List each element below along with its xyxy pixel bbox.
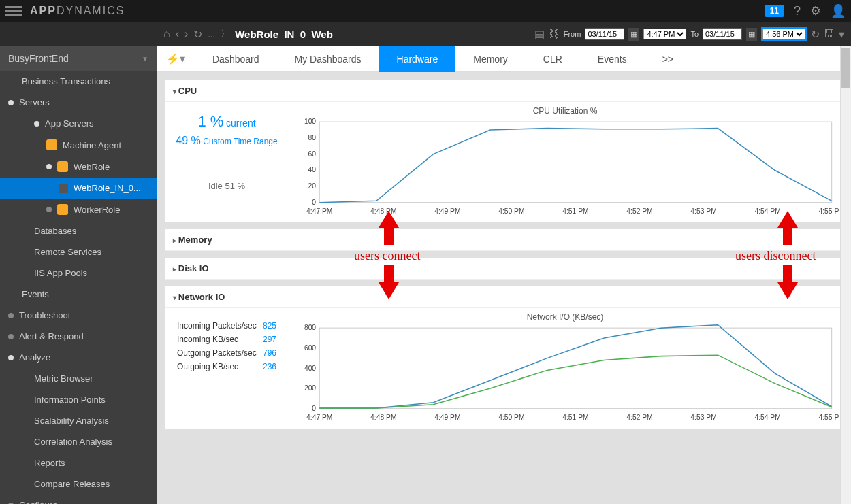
home-icon[interactable]: ⌂ xyxy=(163,28,170,40)
help-icon[interactable]: ? xyxy=(794,4,801,18)
network-stat-row: Incoming KB/sec297 xyxy=(174,333,279,346)
svg-text:600: 600 xyxy=(304,344,316,352)
forward-icon[interactable]: › xyxy=(184,28,188,40)
back-icon[interactable]: ‹ xyxy=(176,28,179,40)
tab-memory[interactable]: Memory xyxy=(455,46,526,72)
notification-badge[interactable]: 11 xyxy=(765,5,784,17)
sidebar-item-correlation-analysis[interactable]: Correlation Analysis xyxy=(0,431,157,452)
hex-icon xyxy=(57,204,68,215)
from-calendar-icon[interactable]: ▦ xyxy=(628,28,639,41)
menu-icon[interactable] xyxy=(5,4,22,18)
cpu-stats: 1 % current 49 % Custom Time Range Idle … xyxy=(169,106,285,218)
sidebar-item-reports[interactable]: Reports xyxy=(0,452,157,473)
link-icon[interactable]: ⛓ xyxy=(549,28,560,40)
from-time-select[interactable]: 4:47 PM xyxy=(643,29,686,39)
sidebar-item-compare-releases[interactable]: Compare Releases xyxy=(0,473,157,494)
sidebar-item-analyze[interactable]: Analyze xyxy=(0,347,157,368)
sidebar-item-events[interactable]: Events xyxy=(0,284,157,305)
cpu-chart: 0204060801004:47 PM4:48 PM4:49 PM4:50 PM… xyxy=(291,118,839,216)
network-stat-row: Outgoing Packets/sec796 xyxy=(174,346,279,360)
sidebar-item-label: App Servers xyxy=(45,118,94,129)
svg-text:4:53 PM: 4:53 PM xyxy=(690,414,716,421)
network-panel: Network IO Incoming Packets/sec825Incomi… xyxy=(165,286,843,429)
to-label: To xyxy=(690,30,699,38)
sidebar-item-label: IIS App Pools xyxy=(34,268,87,278)
hex-icon xyxy=(46,139,57,150)
sidebar-item-label: Servers xyxy=(19,97,50,107)
sidebar-item-databases[interactable]: Databases xyxy=(0,220,157,241)
sidebar-item-alert-respond[interactable]: Alert & Respond xyxy=(0,326,157,347)
sidebar-item-label: Configure xyxy=(19,500,57,504)
sidebar-item-webrole-in-0-[interactable]: WebRole_IN_0... xyxy=(0,178,157,199)
bolt-icon[interactable]: ⚡▾ xyxy=(157,52,195,65)
sidebar-item-scalability-analysis[interactable]: Scalability Analysis xyxy=(0,410,157,431)
svg-text:4:47 PM: 4:47 PM xyxy=(306,414,332,421)
sidebar-item-iis-app-pools[interactable]: IIS App Pools xyxy=(0,263,157,284)
sidebar-item-metric-browser[interactable]: Metric Browser xyxy=(0,368,157,389)
sidebar-item-label: Correlation Analysis xyxy=(34,437,112,447)
network-stats: Incoming Packets/sec825Incoming KB/sec29… xyxy=(169,312,285,424)
svg-text:4:55 PM: 4:55 PM xyxy=(818,414,839,421)
user-icon[interactable]: 👤 xyxy=(831,3,846,18)
tab--[interactable]: >> xyxy=(645,46,691,72)
sidebar-item-machine-agent[interactable]: Machine Agent xyxy=(0,134,157,156)
sidebar-item-app-servers[interactable]: App Servers xyxy=(0,113,157,134)
tab-hardware[interactable]: Hardware xyxy=(379,46,456,72)
sidebar-item-remote-services[interactable]: Remote Services xyxy=(0,241,157,263)
svg-text:4:55 PM: 4:55 PM xyxy=(818,207,839,215)
to-time-select[interactable]: 4:56 PM xyxy=(762,29,805,39)
memory-panel-header[interactable]: Memory xyxy=(165,229,843,251)
from-date-input[interactable] xyxy=(585,28,624,40)
sidebar-item-label: Troubleshoot xyxy=(19,310,70,320)
to-date-input[interactable] xyxy=(703,28,742,40)
network-stat-row: Incoming Packets/sec825 xyxy=(174,319,279,333)
save-icon[interactable]: 🖫 xyxy=(824,28,835,40)
refresh-icon[interactable]: ↻ xyxy=(193,28,202,41)
memory-panel: Memory xyxy=(165,229,843,251)
reload-icon[interactable]: ↻ xyxy=(811,28,820,41)
from-label: From xyxy=(564,30,581,38)
cpu-panel-header[interactable]: CPU xyxy=(165,80,843,102)
sidebar-item-configure[interactable]: Configure xyxy=(0,494,157,504)
sidebar-app-select[interactable]: BusyFrontEnd▼ xyxy=(0,46,157,71)
cpu-chart-title: CPU Utilization % xyxy=(291,106,839,116)
sidebar-item-label: Metric Browser xyxy=(34,373,93,384)
svg-text:4:48 PM: 4:48 PM xyxy=(370,414,396,421)
svg-rect-16 xyxy=(319,328,831,409)
disk-panel-header[interactable]: Disk IO xyxy=(165,258,843,280)
svg-text:4:49 PM: 4:49 PM xyxy=(434,207,460,215)
list-icon[interactable]: ▤ xyxy=(534,28,545,41)
scrollbar[interactable] xyxy=(840,46,851,504)
sidebar-item-label: WorkerRole xyxy=(74,205,120,215)
svg-text:4:49 PM: 4:49 PM xyxy=(434,414,460,421)
tab-my-dashboards[interactable]: My Dashboards xyxy=(277,46,379,72)
to-calendar-icon[interactable]: ▦ xyxy=(746,28,757,41)
gear-icon[interactable]: ⚙ xyxy=(810,3,821,18)
tab-events[interactable]: Events xyxy=(580,46,645,72)
svg-text:4:51 PM: 4:51 PM xyxy=(562,207,588,215)
svg-text:4:50 PM: 4:50 PM xyxy=(498,414,524,421)
server-icon xyxy=(59,184,68,193)
svg-text:4:52 PM: 4:52 PM xyxy=(626,207,652,215)
page-title: WebRole_IN_0_Web xyxy=(235,29,333,40)
sidebar-item-troubleshoot[interactable]: Troubleshoot xyxy=(0,305,157,326)
network-panel-header[interactable]: Network IO xyxy=(165,286,843,308)
sidebar-item-label: Compare Releases xyxy=(34,479,110,489)
sidebar-item-business-transactions[interactable]: Business Transactions xyxy=(0,71,157,92)
sidebar-item-servers[interactable]: Servers xyxy=(0,92,157,113)
breadcrumb-sep: 〉 xyxy=(221,28,229,40)
sidebar-item-label: Analyze xyxy=(19,352,50,363)
breadcrumb-ellipsis: ... xyxy=(208,29,215,39)
dropdown-icon[interactable]: ▾ xyxy=(839,28,844,41)
tab-clr[interactable]: CLR xyxy=(526,46,580,72)
svg-rect-0 xyxy=(319,122,831,203)
svg-text:20: 20 xyxy=(308,182,317,190)
sidebar-item-workerrole[interactable]: WorkerRole xyxy=(0,199,157,220)
sidebar-item-label: Alert & Respond xyxy=(19,331,84,341)
sidebar-item-information-points[interactable]: Information Points xyxy=(0,389,157,410)
svg-text:40: 40 xyxy=(308,166,317,173)
sidebar-item-webrole[interactable]: WebRole xyxy=(0,156,157,178)
cpu-panel: CPU 1 % current 49 % Custom Time Range I… xyxy=(165,80,843,222)
tab-dashboard[interactable]: Dashboard xyxy=(195,46,277,72)
sidebar-item-label: Information Points xyxy=(34,394,106,405)
